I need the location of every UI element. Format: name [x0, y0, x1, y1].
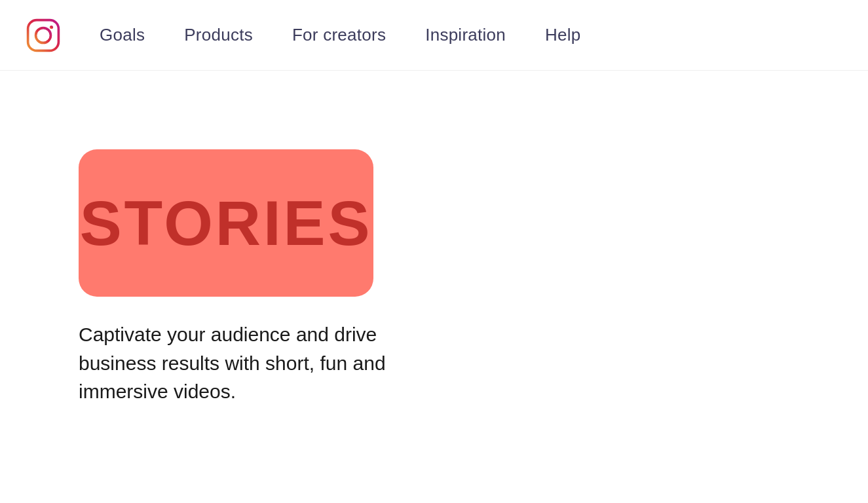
description-line3: immersive videos.: [79, 381, 236, 402]
svg-point-2: [50, 25, 53, 28]
nav-link-inspiration[interactable]: Inspiration: [425, 25, 506, 45]
instagram-logo-icon: [26, 18, 60, 52]
stories-title: STORIES: [80, 187, 373, 259]
logo-wrap[interactable]: [26, 18, 60, 52]
nav-item-goals[interactable]: Goals: [100, 25, 145, 45]
nav-link-goals[interactable]: Goals: [100, 25, 145, 45]
nav-links: Goals Products For creators Inspiration …: [100, 25, 581, 45]
svg-rect-0: [28, 20, 59, 50]
hero-description: Captivate your audience and drive busine…: [79, 320, 550, 406]
nav-item-help[interactable]: Help: [545, 25, 581, 45]
main-content: STORIES Captivate your audience and driv…: [0, 71, 868, 406]
description-line1: Captivate your audience and drive: [79, 324, 377, 345]
description-line2: business results with short, fun and: [79, 352, 386, 374]
svg-point-1: [36, 28, 51, 43]
nav-link-products[interactable]: Products: [184, 25, 253, 45]
nav-link-for-creators[interactable]: For creators: [292, 25, 386, 45]
navbar: Goals Products For creators Inspiration …: [0, 0, 868, 71]
stories-card: STORIES: [79, 149, 373, 297]
nav-item-for-creators[interactable]: For creators: [292, 25, 386, 45]
nav-link-help[interactable]: Help: [545, 25, 581, 45]
nav-item-products[interactable]: Products: [184, 25, 253, 45]
nav-item-inspiration[interactable]: Inspiration: [425, 25, 506, 45]
